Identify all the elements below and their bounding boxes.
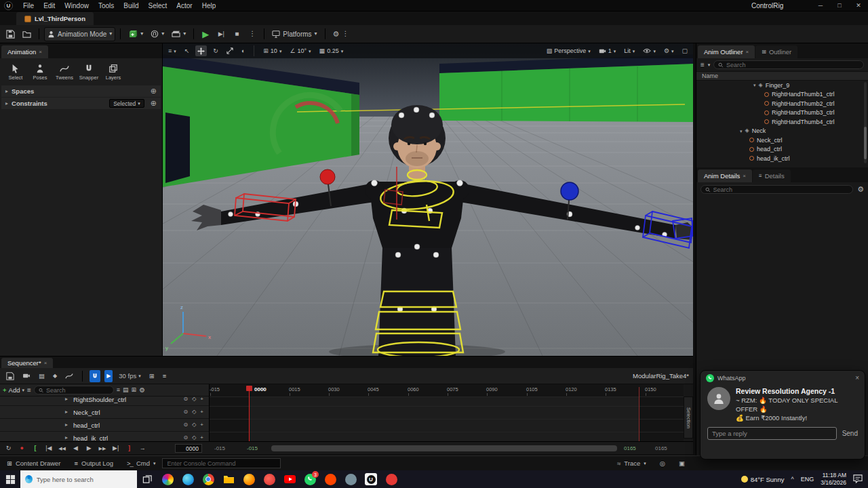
reply-input[interactable] bbox=[707, 427, 837, 440]
sequencer-list-button[interactable] bbox=[161, 370, 169, 382]
range-start-field[interactable]: -015 bbox=[247, 445, 258, 451]
range-end-field[interactable]: 0165 bbox=[624, 445, 636, 451]
maximize-button[interactable]: □ bbox=[830, 0, 849, 12]
show-flags-button[interactable] bbox=[641, 45, 658, 56]
track-row[interactable]: RightShoulder_ctrl bbox=[0, 396, 209, 406]
tool-tweens[interactable]: Tweens bbox=[53, 62, 76, 83]
sequencer-view-options-button[interactable] bbox=[147, 370, 157, 382]
track-sizes-icon[interactable] bbox=[123, 387, 129, 393]
sequencer-slate-button[interactable] bbox=[37, 370, 47, 382]
language-indicator[interactable]: ENG bbox=[801, 476, 814, 483]
sequencer-timeline[interactable]: -015 0015 0030 0045 0060 0075 0090 0105 … bbox=[209, 384, 684, 441]
viewport-scene[interactable]: z x y bbox=[163, 43, 693, 356]
add-actor-button[interactable] bbox=[125, 27, 146, 41]
edge-icon[interactable] bbox=[178, 470, 198, 488]
add-space-icon[interactable] bbox=[151, 87, 157, 95]
track-camera-icon[interactable] bbox=[183, 396, 188, 402]
range-out-button[interactable] bbox=[123, 442, 135, 454]
sequencer-save-button[interactable] bbox=[4, 370, 16, 382]
constraints-filter-dropdown[interactable]: Selected bbox=[109, 99, 144, 108]
task-view-button[interactable] bbox=[137, 470, 157, 488]
whatsapp-taskbar-icon[interactable]: 3 bbox=[300, 470, 320, 488]
play-forward-button[interactable] bbox=[83, 442, 95, 454]
constraints-section[interactable]: Constraints Selected bbox=[1, 98, 161, 109]
track-keyframe-icon[interactable] bbox=[192, 396, 196, 402]
app-icon-photos[interactable] bbox=[157, 470, 178, 488]
jump-to-start-button[interactable] bbox=[43, 442, 54, 454]
menu-tools[interactable]: Tools bbox=[94, 2, 119, 9]
tree-item[interactable]: RightHandThumb2_ctrl bbox=[696, 99, 868, 108]
cmd-dropdown[interactable]: Cmd bbox=[120, 460, 162, 467]
menu-help[interactable]: Help bbox=[197, 2, 221, 9]
expand-arrow-icon[interactable] bbox=[65, 435, 68, 441]
current-frame-field[interactable]: 0000 bbox=[175, 444, 202, 453]
expand-arrow-icon[interactable] bbox=[65, 422, 68, 428]
play-reverse-button[interactable] bbox=[70, 442, 81, 454]
track-camera-icon[interactable] bbox=[183, 409, 188, 415]
add-track-button[interactable]: Add bbox=[3, 386, 24, 394]
close-notification-icon[interactable] bbox=[855, 375, 859, 382]
clock[interactable]: 11:18 AM 3/16/2026 bbox=[821, 472, 846, 486]
scrollbar-thumb[interactable] bbox=[864, 127, 867, 159]
outliner-search-input[interactable] bbox=[726, 62, 859, 68]
menu-window[interactable]: Window bbox=[60, 2, 94, 9]
content-browser-button[interactable] bbox=[20, 27, 34, 41]
view-mode-dropdown[interactable]: Lit bbox=[622, 45, 637, 56]
youtube-icon[interactable] bbox=[279, 470, 300, 488]
tree-item[interactable]: head_ik_ctrl bbox=[696, 154, 868, 163]
menu-build[interactable]: Build bbox=[119, 2, 143, 9]
menu-select[interactable]: Select bbox=[144, 2, 172, 9]
coordinate-system-button[interactable] bbox=[239, 45, 247, 56]
notification-center-button[interactable] bbox=[853, 474, 863, 485]
tree-item[interactable]: RightHandThumb3_ctrl bbox=[696, 108, 868, 118]
track-grid-icon[interactable] bbox=[132, 387, 137, 393]
fps-dropdown[interactable]: 30 fps bbox=[117, 370, 142, 382]
content-drawer-button[interactable]: Content Drawer bbox=[0, 460, 68, 467]
chrome-icon[interactable] bbox=[198, 470, 218, 488]
menu-file[interactable]: File bbox=[18, 2, 39, 9]
timeline-scrollbar[interactable] bbox=[271, 445, 617, 451]
tab-animation[interactable]: Animation bbox=[1, 45, 48, 58]
chevron-down-icon[interactable] bbox=[708, 62, 711, 67]
playback-options-button[interactable] bbox=[104, 370, 113, 382]
maximize-viewport-button[interactable] bbox=[679, 45, 690, 56]
close-icon[interactable] bbox=[743, 174, 746, 179]
expand-arrow-icon[interactable] bbox=[65, 409, 68, 415]
minimize-button[interactable]: ─ bbox=[811, 0, 830, 12]
tab-anim-details[interactable]: Anim Details bbox=[698, 169, 752, 182]
track-camera-icon[interactable] bbox=[183, 422, 188, 428]
settings-button[interactable] bbox=[330, 27, 352, 41]
outliner-scrollbar[interactable] bbox=[864, 82, 867, 163]
tree-item-neck[interactable]: ◈ Neck bbox=[696, 127, 868, 136]
play-button[interactable] bbox=[199, 27, 212, 41]
trace-dropdown[interactable]: Trace bbox=[610, 460, 653, 467]
close-button[interactable]: ✕ bbox=[849, 0, 868, 12]
close-icon[interactable] bbox=[39, 49, 42, 55]
step-forward-button[interactable] bbox=[96, 442, 108, 454]
firefox-icon[interactable] bbox=[239, 470, 259, 488]
platforms-dropdown[interactable]: Platforms bbox=[269, 27, 319, 41]
track-keyframe-icon[interactable] bbox=[192, 422, 196, 428]
sequencer-camera-button[interactable] bbox=[20, 370, 33, 382]
track-filter-icon[interactable] bbox=[27, 387, 31, 394]
playhead-line[interactable] bbox=[249, 387, 250, 441]
stop-button[interactable] bbox=[230, 27, 243, 41]
filter-icon[interactable] bbox=[701, 62, 705, 68]
close-icon[interactable] bbox=[746, 49, 749, 55]
track-keyframe-icon[interactable] bbox=[192, 435, 196, 441]
name-column-header[interactable]: Name bbox=[696, 71, 868, 81]
step-back-button[interactable] bbox=[56, 442, 68, 454]
app-icon-red[interactable] bbox=[381, 470, 401, 488]
expand-arrow-icon[interactable] bbox=[5, 101, 8, 106]
tree-item[interactable]: head_ctrl bbox=[696, 145, 868, 155]
view-start-field[interactable]: -015 bbox=[214, 445, 225, 451]
output-log-button[interactable]: Output Log bbox=[68, 460, 121, 467]
grid-snap-button[interactable]: 10 bbox=[261, 45, 283, 56]
move-tool-button[interactable] bbox=[195, 45, 207, 56]
spaces-section[interactable]: Spaces bbox=[1, 85, 161, 97]
play-options-button[interactable] bbox=[245, 27, 259, 41]
editor-mode-dropdown[interactable]: Animation Mode bbox=[44, 27, 115, 41]
tool-select[interactable]: Select bbox=[4, 62, 27, 83]
taskbar-search[interactable] bbox=[20, 470, 137, 488]
track-keyframe-icon[interactable] bbox=[192, 409, 196, 415]
